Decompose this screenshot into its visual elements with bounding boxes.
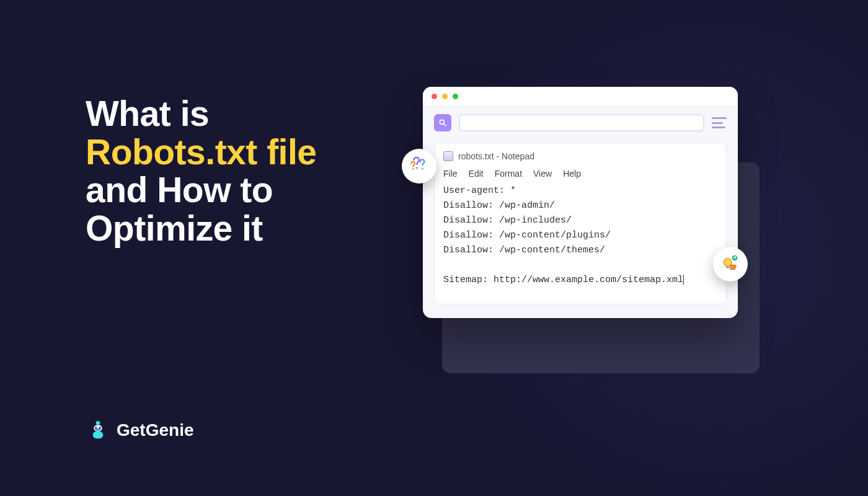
question-badge [402,149,436,184]
menu-format[interactable]: Format [495,167,522,180]
text-cursor [683,275,684,285]
address-bar[interactable] [459,114,704,131]
window-minimize-dot [442,94,448,99]
robots-line-blank [443,258,717,273]
svg-point-5 [99,427,101,428]
svg-point-8 [416,167,418,169]
svg-point-9 [422,168,423,170]
headline-accent: Robots.txt file [86,132,317,172]
svg-point-6 [440,120,444,124]
svg-rect-12 [726,266,730,268]
menu-help[interactable]: Help [563,167,581,180]
browser-window: robots.txt - Notepad File Edit Format Vi… [423,87,738,318]
window-maximize-dot [453,94,458,99]
svg-point-0 [96,421,100,425]
question-marks-icon [409,156,430,177]
genie-icon [86,418,110,443]
robots-sitemap-line: Sitemap: http://www.example.com/sitemap.… [443,273,717,288]
menu-edit[interactable]: Edit [469,167,484,180]
notepad-title-text: robots.txt - Notepad [458,149,534,163]
robots-line: User-agent: * [443,184,717,198]
browser-toolbar [423,105,738,138]
robots-line: Disallow: /wp-content/plugins/ [443,228,717,243]
hamburger-menu-icon[interactable] [712,117,727,128]
notepad-window: robots.txt - Notepad File Edit Format Vi… [434,143,727,304]
svg-point-10 [412,168,414,169]
robots-line: Disallow: /wp-includes/ [443,213,717,228]
headline-line-4: Optimize it [86,208,263,248]
menu-file[interactable]: File [443,167,458,180]
headline-line-3: and How to [86,170,273,210]
notepad-titlebar: robots.txt - Notepad [443,149,717,163]
page-headline: What is Robots.txt file and How to Optim… [86,95,371,247]
brand-name: GetGenie [117,420,193,440]
menu-view[interactable]: View [533,167,552,180]
notepad-menubar: File Edit Format View Help [443,167,717,180]
window-close-dot [432,94,437,99]
svg-point-4 [95,427,97,428]
brand-logo: GetGenie [86,418,193,443]
robots-line: Disallow: /wp-content/themes/ [443,243,717,258]
svg-rect-2 [93,432,104,439]
robots-content: User-agent: * Disallow: /wp-admin/ Disal… [443,184,717,288]
idea-badge [713,247,748,281]
notepad-file-icon [443,151,453,161]
svg-line-7 [444,124,446,126]
browser-titlebar [423,87,738,105]
search-button[interactable] [434,114,451,131]
headline-line-1: What is [86,94,209,133]
search-icon [438,118,447,127]
lightbulb-puzzle-icon [720,254,741,275]
robots-line: Disallow: /wp-admin/ [443,198,717,213]
